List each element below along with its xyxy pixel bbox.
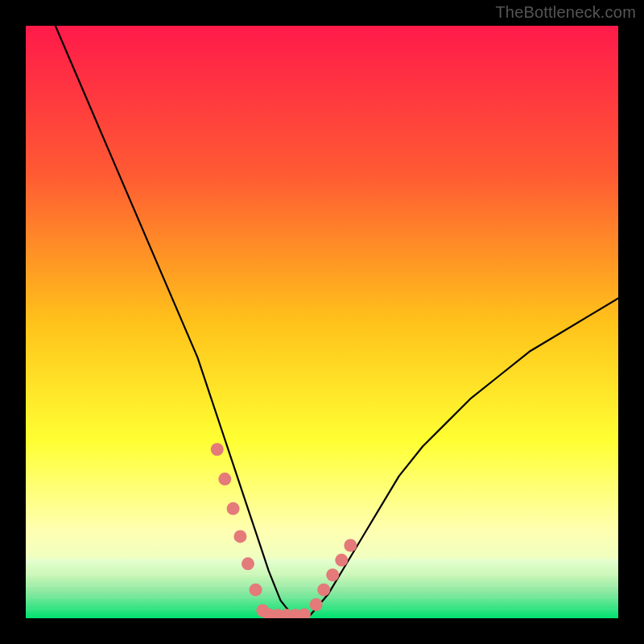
highlight-dots-right-point [310,598,323,611]
highlight-dots-left-point [218,473,231,485]
highlight-dots-right-point [335,554,348,567]
highlight-dots-left-point [211,443,224,456]
highlight-dots-right-point [317,584,330,597]
highlight-dots-right-point [326,568,339,581]
highlight-dots-left-point [227,502,240,515]
highlight-dots-left-point [242,557,254,570]
highlight-dots-left-point [250,584,262,597]
plot-area [26,26,618,618]
watermark-label: TheBottleneck.com [495,3,636,22]
highlight-dots-left-point [233,530,246,543]
chart-svg [26,26,618,618]
svg-rect-0 [26,26,618,618]
chart-frame: TheBottleneck.com [0,0,644,644]
highlight-dots-right-point [344,539,357,551]
